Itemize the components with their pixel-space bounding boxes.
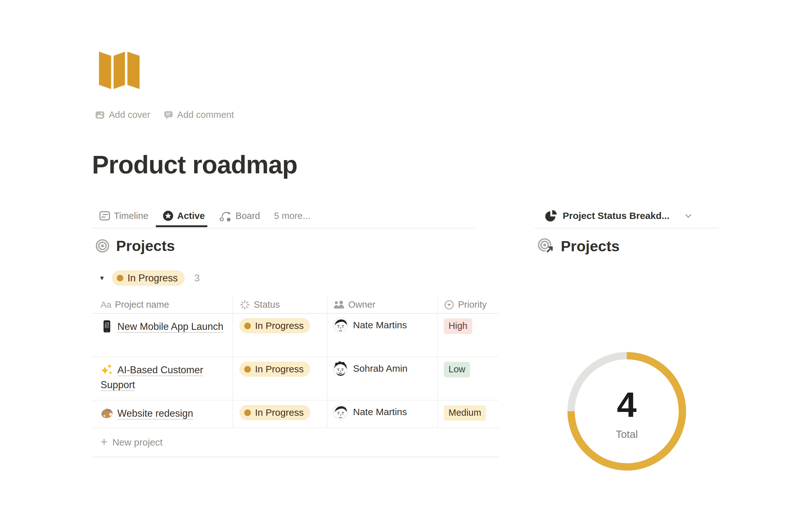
tab-board[interactable]: Board — [219, 205, 260, 227]
group-count: 3 — [194, 273, 200, 284]
text-Aa-icon: Aa — [101, 300, 111, 310]
status-badge[interactable]: In Progress — [240, 318, 310, 333]
column-header-status[interactable]: Status — [233, 296, 327, 313]
widget-title: Project Status Breakd... — [563, 210, 670, 221]
donut-total-label: Total — [616, 429, 638, 441]
priority-cell[interactable]: Medium — [438, 400, 499, 428]
donut-total-value: 4 — [617, 387, 637, 423]
view-tabs: Timeline Active Board 5 more... — [99, 205, 310, 227]
left-divider — [92, 228, 475, 228]
project-name-link[interactable]: New Mobile App Launch — [117, 321, 223, 332]
projects-table: Aa Project name Status — [92, 296, 499, 457]
group-status-badge[interactable]: In Progress — [112, 270, 185, 286]
owner-cell[interactable]: Nate Martins — [327, 400, 438, 428]
tab-timeline-label: Timeline — [114, 211, 148, 221]
status-burst-icon — [240, 299, 250, 310]
tab-active[interactable]: Active — [162, 205, 205, 227]
comment-icon — [164, 110, 173, 120]
table-row: Website redesign In Progress — [92, 400, 499, 428]
board-view-icon — [219, 210, 232, 222]
status-dot-icon — [117, 275, 123, 281]
mobile-phone-emoji — [101, 320, 113, 333]
tab-active-label: Active — [177, 211, 205, 221]
notion-page: Add cover Add comment Product roadmap Ti… — [0, 0, 812, 507]
avatar-nate-martins[interactable] — [333, 318, 348, 333]
add-comment-label: Add comment — [177, 110, 234, 120]
right-divider — [535, 228, 719, 228]
owner-name: Nate Martins — [353, 404, 407, 419]
priority-badge[interactable]: Medium — [444, 405, 486, 421]
project-name-cell[interactable]: New Mobile App Launch — [92, 314, 233, 356]
tabs-more-button[interactable]: 5 more... — [274, 205, 310, 227]
page-actions: Add cover Add comment — [95, 110, 234, 120]
people-icon — [333, 299, 345, 310]
project-name-link[interactable]: AI-Based Customer Support — [101, 364, 203, 390]
priority-cell[interactable]: High — [438, 314, 499, 356]
priority-badge[interactable]: High — [444, 319, 472, 334]
status-donut-chart[interactable]: 4 Total — [567, 352, 686, 470]
pie-chart-icon — [545, 210, 557, 222]
project-name-link[interactable]: Website redesign — [117, 408, 193, 419]
page-title[interactable]: Product roadmap — [92, 150, 297, 179]
tabs-more-label: 5 more... — [274, 211, 310, 221]
group-toggle-icon[interactable]: ▼ — [99, 275, 108, 282]
target-arrow-icon — [537, 237, 554, 255]
status-badge[interactable]: In Progress — [240, 405, 310, 420]
column-header-priority[interactable]: Priority — [438, 296, 499, 313]
status-dot-icon — [244, 409, 251, 416]
add-comment-button[interactable]: Add comment — [164, 110, 234, 120]
new-project-label: New project — [112, 437, 162, 448]
table-row: New Mobile App Launch In Progress — [92, 314, 499, 357]
target-icon — [95, 239, 110, 253]
project-name-cell[interactable]: Website redesign — [92, 400, 233, 428]
column-header-owner[interactable]: Owner — [327, 296, 438, 313]
status-cell[interactable]: In Progress — [233, 314, 327, 356]
owner-cell[interactable]: Nate Martins — [327, 314, 438, 356]
priority-badge[interactable]: Low — [444, 362, 470, 377]
status-cell[interactable]: In Progress — [233, 357, 327, 400]
status-badge[interactable]: In Progress — [240, 361, 310, 377]
chevron-down-icon[interactable] — [683, 211, 693, 221]
status-dot-icon — [244, 323, 251, 329]
page-icon-map[interactable] — [96, 50, 143, 91]
owner-cell[interactable]: Sohrab Amin — [327, 357, 438, 400]
artist-palette-emoji — [101, 407, 113, 419]
group-header-in-progress: ▼ In Progress 3 — [99, 270, 200, 286]
status-dot-icon — [244, 366, 251, 373]
donut-center: 4 Total — [567, 352, 686, 470]
star-view-icon — [162, 210, 174, 222]
project-name-cell[interactable]: AI-Based Customer Support — [92, 357, 233, 400]
column-header-project-name[interactable]: Aa Project name — [92, 296, 233, 313]
tab-timeline[interactable]: Timeline — [99, 205, 148, 227]
priority-select-icon — [444, 299, 455, 310]
owner-name: Nate Martins — [353, 318, 407, 333]
avatar-nate-martins[interactable] — [333, 404, 348, 419]
projects-section-heading: Projects — [95, 237, 175, 255]
status-cell[interactable]: In Progress — [233, 400, 327, 428]
picture-icon — [95, 110, 105, 120]
plus-icon: + — [101, 436, 107, 448]
sparkles-emoji — [101, 363, 113, 376]
projects-heading-label[interactable]: Projects — [116, 237, 175, 255]
tab-board-label: Board — [236, 211, 260, 221]
avatar-sohrab-amin[interactable] — [333, 361, 348, 376]
folded-map-icon — [96, 50, 143, 91]
group-status-label: In Progress — [128, 273, 178, 284]
owner-name: Sohrab Amin — [353, 361, 408, 376]
linked-projects-heading-label[interactable]: Projects — [561, 237, 619, 255]
new-project-button[interactable]: + New project — [92, 428, 499, 457]
add-cover-button[interactable]: Add cover — [95, 110, 150, 120]
priority-cell[interactable]: Low — [438, 357, 499, 400]
table-row: AI-Based Customer Support In Progress — [92, 357, 499, 400]
linked-projects-heading: Projects — [537, 237, 619, 255]
widget-header[interactable]: Project Status Breakd... — [545, 205, 693, 227]
table-header-row: Aa Project name Status — [92, 296, 499, 314]
timeline-view-icon — [99, 210, 110, 222]
add-cover-label: Add cover — [109, 110, 150, 120]
